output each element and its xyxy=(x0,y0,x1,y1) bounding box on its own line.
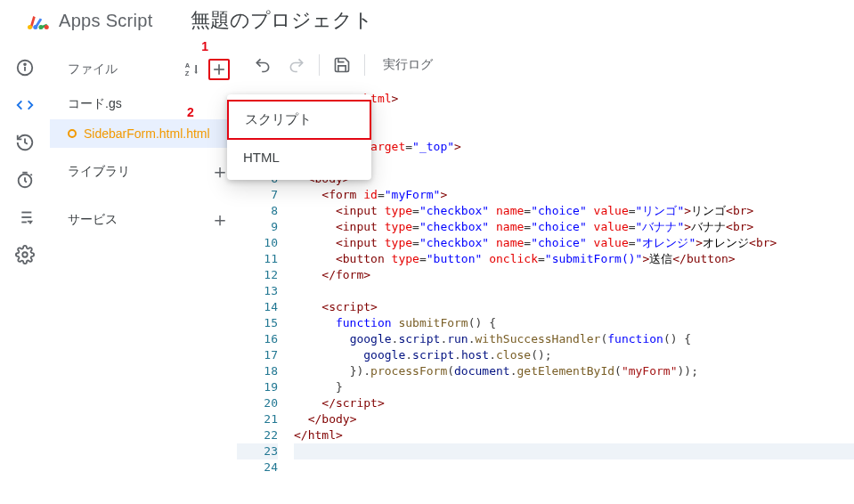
settings-icon[interactable] xyxy=(14,244,36,265)
add-file-button[interactable] xyxy=(208,59,230,80)
redo-button[interactable] xyxy=(281,50,312,80)
svg-point-6 xyxy=(24,63,26,65)
libraries-section[interactable]: ライブラリ ＋ xyxy=(50,148,237,196)
header: Apps Script 無題のプロジェクト xyxy=(0,0,854,45)
services-label: サービス xyxy=(68,212,118,228)
toolbar: 実行ログ xyxy=(237,45,854,85)
file-item[interactable]: コード.gs xyxy=(50,89,237,119)
file-name: SidebarForm.html.html xyxy=(84,126,210,141)
toolbar-separator xyxy=(364,54,365,76)
undo-button[interactable] xyxy=(248,50,278,80)
file-name: コード.gs xyxy=(68,96,122,112)
svg-point-3 xyxy=(45,25,49,29)
add-service-button[interactable]: ＋ xyxy=(210,207,230,233)
services-section[interactable]: サービス ＋ xyxy=(50,196,237,244)
svg-point-2 xyxy=(39,25,44,29)
code-area[interactable]: <!DOCTYPE html><html> <head> <base targe… xyxy=(287,85,854,504)
toolbar-separator xyxy=(319,54,320,76)
callout-2: 2 xyxy=(187,105,194,119)
editor-icon[interactable] xyxy=(14,94,36,116)
files-section-label: ファイル xyxy=(68,61,118,77)
sidebar: ファイル 1 AZ コード.gsSidebarForm.html.html ライ… xyxy=(50,45,237,504)
info-icon[interactable] xyxy=(14,57,36,78)
executions-icon[interactable] xyxy=(14,207,36,228)
nav-rail xyxy=(0,45,50,504)
apps-script-icon xyxy=(23,7,50,34)
svg-point-0 xyxy=(28,25,32,29)
run-log-label[interactable]: 実行ログ xyxy=(372,57,443,73)
libraries-label: ライブラリ xyxy=(68,164,130,180)
triggers-icon[interactable] xyxy=(14,169,36,191)
file-item[interactable]: SidebarForm.html.html xyxy=(50,119,237,148)
project-title[interactable]: 無題のプロジェクト xyxy=(191,7,373,34)
callout-1: 1 xyxy=(201,39,208,53)
logo-text: Apps Script xyxy=(59,11,153,31)
svg-point-14 xyxy=(22,252,28,257)
add-file-menu: スクリプト HTML xyxy=(227,94,371,180)
svg-text:Z: Z xyxy=(185,69,190,77)
logo[interactable]: Apps Script xyxy=(23,7,153,34)
sort-az-button[interactable]: AZ xyxy=(182,59,203,80)
svg-point-1 xyxy=(33,25,37,29)
save-button[interactable] xyxy=(327,50,357,80)
menu-item-html[interactable]: HTML xyxy=(227,140,371,175)
menu-item-script[interactable]: スクリプト xyxy=(227,100,371,140)
history-icon[interactable] xyxy=(14,132,36,153)
